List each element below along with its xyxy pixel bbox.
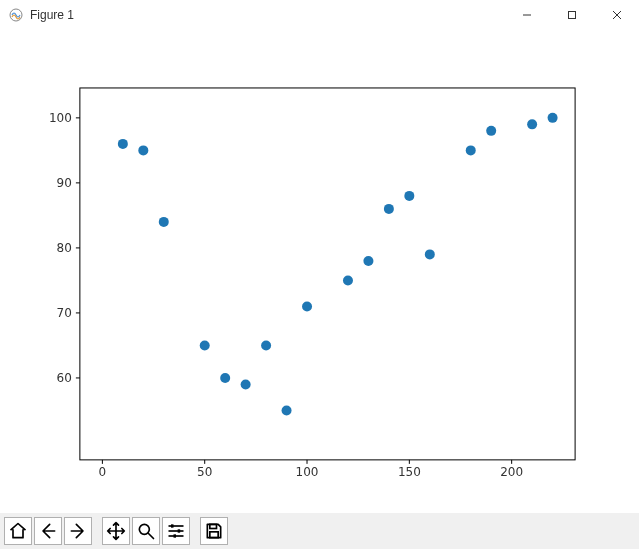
subplots-button[interactable] [162, 517, 190, 545]
forward-button[interactable] [64, 517, 92, 545]
figure-window: Figure 1 050100150200 60708090100 [0, 0, 639, 549]
data-point [363, 256, 373, 266]
data-point [241, 379, 251, 389]
svg-rect-2 [568, 12, 575, 19]
home-button[interactable] [4, 517, 32, 545]
save-icon [204, 521, 224, 541]
axes-box [80, 88, 575, 460]
data-point [486, 126, 496, 136]
back-button[interactable] [34, 517, 62, 545]
svg-point-15 [139, 524, 149, 534]
x-tick-label: 50 [197, 465, 212, 479]
data-point [200, 340, 210, 350]
zoom-button[interactable] [132, 517, 160, 545]
figure-canvas[interactable]: 050100150200 60708090100 [0, 30, 639, 513]
y-tick-label: 60 [57, 371, 72, 385]
data-point [404, 191, 414, 201]
sliders-icon [166, 521, 186, 541]
x-tick-label: 100 [296, 465, 319, 479]
toolbar-separator [192, 517, 198, 545]
zoom-icon [136, 521, 156, 541]
data-point [343, 275, 353, 285]
x-tick-label: 200 [500, 465, 523, 479]
svg-rect-24 [210, 532, 218, 538]
minimize-button[interactable] [504, 0, 549, 30]
maximize-button[interactable] [549, 0, 594, 30]
title-bar: Figure 1 [0, 0, 639, 30]
svg-rect-23 [210, 524, 217, 528]
data-point [138, 145, 148, 155]
data-point [527, 119, 537, 129]
svg-line-16 [149, 534, 154, 539]
y-tick-label: 90 [57, 176, 72, 190]
home-icon [8, 521, 28, 541]
app-icon [8, 7, 24, 23]
data-point [548, 113, 558, 123]
pan-button[interactable] [102, 517, 130, 545]
y-tick-label: 80 [57, 241, 72, 255]
save-button[interactable] [200, 517, 228, 545]
y-tick-label: 70 [57, 306, 72, 320]
svg-rect-20 [171, 524, 174, 527]
window-controls [504, 0, 639, 30]
arrow-left-icon [38, 521, 58, 541]
data-point [302, 301, 312, 311]
close-button[interactable] [594, 0, 639, 30]
nav-toolbar [0, 513, 639, 549]
data-point [220, 373, 230, 383]
y-tick-label: 100 [49, 111, 72, 125]
toolbar-separator [94, 517, 100, 545]
move-icon [106, 521, 126, 541]
svg-rect-21 [178, 529, 181, 532]
window-title: Figure 1 [30, 8, 74, 22]
x-tick-label: 0 [99, 465, 107, 479]
data-point [282, 405, 292, 415]
data-point [118, 139, 128, 149]
data-point [159, 217, 169, 227]
x-tick-label: 150 [398, 465, 421, 479]
data-point [425, 249, 435, 259]
svg-rect-22 [174, 534, 177, 537]
data-point [384, 204, 394, 214]
data-point [261, 340, 271, 350]
data-point [466, 145, 476, 155]
arrow-right-icon [68, 521, 88, 541]
